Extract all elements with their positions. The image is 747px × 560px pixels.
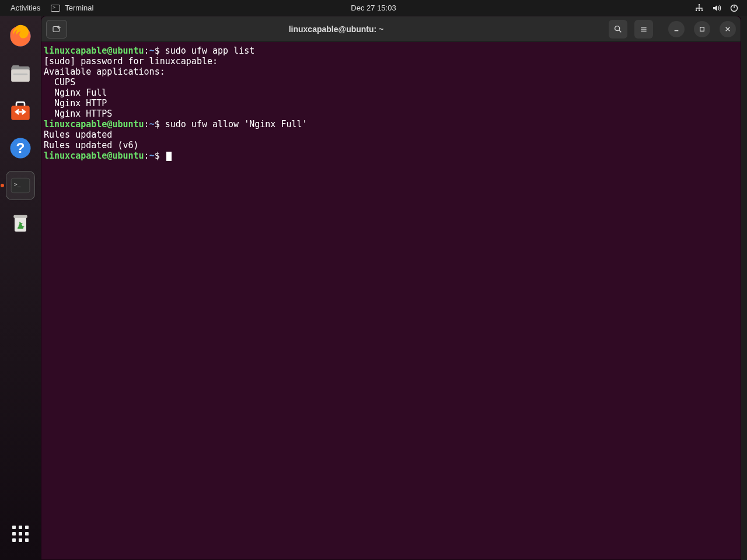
prompt-user: linuxcapable (44, 119, 107, 130)
output-line: CUPS (44, 77, 75, 88)
new-tab-button[interactable] (46, 20, 67, 38)
output-line: Available applications: (44, 66, 165, 77)
help-icon: ? (8, 136, 33, 160)
svg-rect-17 (13, 215, 27, 218)
software-icon (8, 99, 33, 123)
output-line: Rules updated (v6) (44, 140, 139, 150)
svg-rect-3 (701, 10, 703, 11)
window-title: linuxcapable@ubuntu: ~ (67, 24, 605, 34)
prompt-symbol: $ (155, 119, 160, 130)
minimize-icon (672, 24, 681, 34)
prompt-user: linuxcapable (44, 150, 107, 161)
prompt-host: ubuntu (112, 119, 144, 130)
prompt-path: ~ (149, 46, 155, 56)
search-icon (613, 24, 623, 34)
close-icon (723, 24, 732, 34)
svg-rect-2 (699, 10, 700, 11)
minimize-button[interactable] (668, 21, 685, 37)
prompt-colon: : (144, 119, 149, 130)
prompt-colon: : (144, 150, 149, 161)
gnome-topbar: Activities Terminal Dec 27 15:03 (0, 0, 747, 16)
svg-rect-8 (11, 69, 30, 82)
grid-icon (12, 526, 29, 542)
app-menu[interactable]: Terminal (51, 4, 93, 12)
svg-rect-27 (700, 27, 704, 31)
cmd-3 (160, 150, 165, 161)
app-menu-label: Terminal (65, 4, 93, 12)
terminal-body[interactable]: linuxcapable@ubuntu:~$ sudo ufw app list… (41, 42, 741, 559)
maximize-icon (697, 24, 707, 34)
prompt-path: ~ (149, 150, 155, 161)
maximize-button[interactable] (694, 21, 710, 37)
dock-item-trash[interactable] (6, 208, 35, 237)
output-line: Nginx HTTP (44, 98, 107, 108)
show-applications-button[interactable] (6, 519, 35, 548)
prompt-host: ubuntu (112, 46, 144, 56)
dock-item-files[interactable] (6, 59, 35, 88)
cursor (166, 152, 172, 161)
prompt-symbol: $ (155, 150, 160, 161)
prompt-symbol: $ (155, 46, 160, 56)
volume-icon[interactable] (712, 4, 721, 13)
output-line: Nginx HTTPS (44, 108, 112, 119)
clock[interactable]: Dec 27 15:03 (351, 4, 396, 12)
cmd-2: sudo ufw allow 'Nginx Full' (160, 119, 308, 130)
svg-line-22 (619, 30, 621, 32)
svg-rect-10 (13, 74, 28, 75)
output-line: Rules updated (44, 130, 112, 140)
power-icon[interactable] (729, 4, 739, 13)
prompt-colon: : (144, 46, 149, 56)
svg-rect-9 (12, 65, 19, 68)
cmd-1: sudo ufw app list (160, 46, 255, 56)
svg-rect-11 (11, 106, 30, 120)
search-button[interactable] (609, 20, 627, 38)
terminal-icon (51, 5, 60, 12)
dock-item-help[interactable]: ? (6, 134, 35, 163)
dock-item-software[interactable] (6, 96, 35, 125)
svg-text:?: ? (16, 140, 25, 156)
prompt-path: ~ (149, 119, 155, 130)
svg-rect-1 (696, 10, 697, 11)
svg-text:>_: >_ (14, 181, 21, 187)
files-icon (8, 61, 33, 86)
new-tab-icon (51, 24, 62, 34)
svg-point-21 (615, 26, 620, 30)
prompt-host: ubuntu (112, 150, 144, 161)
dock-item-terminal[interactable]: >_ (6, 171, 35, 200)
terminal-app-icon: >_ (9, 174, 32, 197)
hamburger-icon (639, 24, 648, 34)
close-button[interactable] (720, 21, 736, 37)
titlebar: linuxcapable@ubuntu: ~ (41, 16, 741, 42)
output-line: Nginx Full (44, 88, 107, 98)
activities-button[interactable]: Activities (11, 4, 40, 12)
dock: ? >_ (0, 16, 41, 560)
dock-item-firefox[interactable] (6, 22, 35, 51)
svg-rect-0 (699, 4, 700, 5)
hamburger-menu-button[interactable] (634, 20, 653, 38)
trash-icon (9, 211, 32, 235)
prompt-user: linuxcapable (44, 46, 107, 56)
output-line: [sudo] password for linuxcapable: (44, 56, 218, 66)
firefox-icon (8, 24, 33, 48)
network-icon[interactable] (694, 4, 704, 13)
terminal-window: linuxcapable@ubuntu: ~ linuxcapable@u (41, 16, 741, 560)
